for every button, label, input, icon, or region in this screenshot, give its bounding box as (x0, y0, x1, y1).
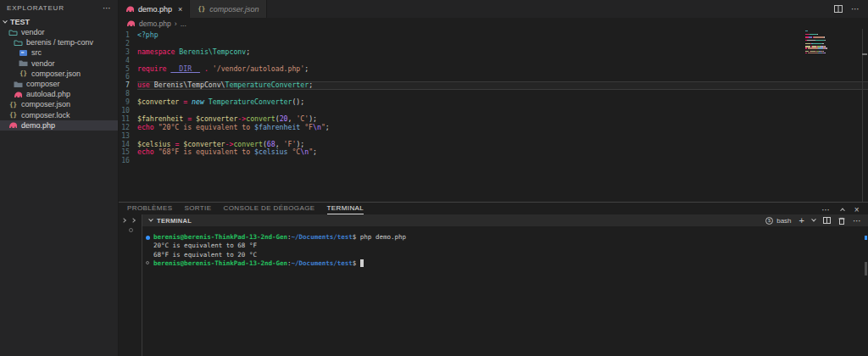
terminal-container: TERMINAL $ bash + (142, 214, 868, 356)
chevron-down-icon (148, 217, 153, 222)
chevron-right-icon[interactable] (131, 218, 136, 223)
tree-item-vendor[interactable]: vendor (0, 27, 118, 37)
panel-close-icon[interactable]: × (854, 205, 860, 214)
panel-tab-terminal[interactable]: TERMINAL (327, 204, 364, 214)
explorer-more-icon[interactable]: ⋯ (103, 5, 111, 12)
folder-src-icon (19, 49, 28, 57)
folder-open-icon (14, 39, 23, 47)
tree-item-berenis-temp-conv[interactable]: berenis / temp-conv (0, 37, 118, 47)
vscode-window: EXPLORATEUR ⋯ TEST vendorberenis / temp-… (0, 0, 868, 356)
shell-label: bash (776, 217, 791, 225)
terminal-panel: TERMINAL $ bash + (119, 214, 868, 356)
code-line[interactable]: 9$converter = new TemperatureConverter()… (119, 98, 868, 107)
line-text: use Berenis\TempConv\TemperatureConverte… (137, 81, 868, 90)
folder-icon (19, 59, 28, 67)
tree-item-label: src (31, 48, 42, 57)
php-icon (14, 91, 23, 98)
panel-maximize-icon[interactable] (840, 209, 845, 214)
json-icon: {} (197, 5, 206, 13)
tree-item-composer-lock[interactable]: {}composer.lock (0, 110, 118, 120)
code-line[interactable]: 5require __DIR__ . '/vendor/autoload.php… (119, 65, 868, 74)
close-icon[interactable]: × (178, 5, 182, 14)
command-decoration-icon (129, 228, 133, 232)
explorer-header: EXPLORATEUR ⋯ (0, 0, 118, 16)
code-line[interactable]: 16 (119, 157, 868, 165)
folder-icon (14, 81, 23, 88)
panel-tab-console-de-débogage[interactable]: CONSOLE DE DÉBOGAGE (223, 204, 314, 214)
code-line[interactable]: 1<?php (119, 31, 868, 40)
line-text: <?php (137, 31, 868, 40)
tree-item-label: berenis / temp-conv (26, 38, 93, 47)
panel-tab-problèmes[interactable]: PROBLÈMES (127, 204, 172, 214)
tree-item-label: vendor (31, 59, 55, 68)
terminal-scrollbar-thumb[interactable] (865, 262, 867, 275)
line-number: 16 (119, 157, 130, 165)
tree-item-label: composer.json (31, 70, 81, 78)
terminal-dropdown-icon[interactable] (811, 217, 816, 222)
tree-item-src[interactable]: src (0, 47, 118, 58)
split-terminal-icon[interactable] (823, 217, 831, 224)
new-terminal-icon[interactable]: + (799, 216, 804, 225)
code-line[interactable]: 3namespace Berenis\Tempconv; (119, 48, 868, 57)
terminal-line: berenis@berenis-ThinkPad-13-2nd-Gen:~/Do… (153, 259, 868, 268)
shell-selector[interactable]: $ bash (765, 217, 791, 225)
tree-item-composer-json[interactable]: {}composer.json (0, 99, 118, 109)
split-editor-icon[interactable] (834, 5, 843, 13)
folder-open-icon (8, 29, 18, 36)
terminal-overview-decoration (865, 236, 867, 240)
trash-icon[interactable] (838, 217, 845, 225)
terminal-cursor (360, 259, 364, 267)
line-text: require __DIR__ . '/vendor/autoload.php'… (137, 65, 868, 74)
tree-root-label: TEST (10, 18, 30, 26)
overview-cursor-mark (862, 53, 867, 55)
editor-more-icon[interactable]: ⋯ (851, 4, 860, 14)
bash-icon: $ (765, 217, 773, 225)
explorer-sidebar: EXPLORATEUR ⋯ TEST vendorberenis / temp-… (0, 0, 119, 356)
code-editor[interactable]: 1<?php23namespace Berenis\Tempconv;45req… (119, 29, 868, 202)
php-icon (8, 121, 18, 129)
tabs-container: demo.php×{}composer.json (119, 0, 267, 18)
terminal-gutter (119, 214, 142, 356)
tab-label: composer.json (209, 5, 259, 14)
line-text: $converter = new TemperatureConverter(); (137, 98, 868, 107)
json-icon: {} (8, 111, 18, 119)
terminal-line: 68°F is equivalent to 20 °C (153, 251, 868, 259)
tree-root-test[interactable]: TEST (0, 16, 118, 27)
terminal-content[interactable]: berenis@berenis-ThinkPad-13-2nd-Gen:~/Do… (142, 226, 868, 356)
panel-tab-sortie[interactable]: SORTIE (184, 204, 211, 214)
panel-more-icon[interactable]: ⋯ (821, 205, 830, 214)
json-icon: {} (8, 101, 18, 108)
terminal-tabs-header[interactable]: TERMINAL $ bash + (142, 214, 868, 226)
tree-item-composer[interactable]: composer (0, 79, 118, 89)
tree-item-label: composer.lock (21, 111, 70, 120)
minimap[interactable] (805, 31, 844, 56)
panel-tab-bar: PROBLÈMESSORTIECONSOLE DE DÉBOGAGETERMIN… (119, 203, 868, 214)
code-line[interactable]: 15echo "68°F is equivalent to $celsius °… (119, 148, 868, 157)
tree-item-composer-json[interactable]: {}composer.json (0, 69, 118, 79)
panel-tabs-container: PROBLÈMESSORTIECONSOLE DE DÉBOGAGETERMIN… (127, 204, 364, 214)
tree-item-autoload-php[interactable]: autoload.php (0, 89, 118, 99)
tab-label: demo.php (138, 5, 172, 14)
line-text: echo "20°C is equivalent to $fahrenheit … (137, 124, 868, 132)
panel-actions: ⋯ × (821, 205, 860, 214)
tab-composer.json[interactable]: {}composer.json (190, 0, 266, 18)
json-icon: {} (19, 70, 28, 77)
chevron-right-icon[interactable] (121, 218, 126, 223)
tree-item-label: composer.json (21, 100, 70, 108)
code-line[interactable]: 12echo "20°C is equivalent to $fahrenhei… (119, 124, 868, 132)
terminal-header-label: TERMINAL (157, 217, 192, 225)
tree-item-vendor[interactable]: vendor (0, 58, 118, 69)
breadcrumb-file[interactable]: demo.php (139, 19, 171, 28)
line-text (137, 157, 868, 165)
tree-item-demo-php[interactable]: demo.php (0, 120, 118, 131)
editor-actions: ⋯ (826, 0, 868, 18)
terminal-more-icon[interactable]: ⋯ (853, 216, 861, 225)
breadcrumb-symbol[interactable]: ... (181, 19, 186, 28)
terminal-line: 20°C is equivalent to 68 °F (153, 242, 868, 250)
command-pending-icon (146, 261, 149, 264)
tab-demo.php[interactable]: demo.php× (119, 0, 190, 18)
code-line[interactable]: 7use Berenis\TempConv\TemperatureConvert… (119, 81, 868, 90)
terminal-actions: $ bash + ⋯ (765, 216, 861, 225)
command-success-icon (146, 236, 150, 240)
chevron-down-icon (3, 18, 8, 23)
